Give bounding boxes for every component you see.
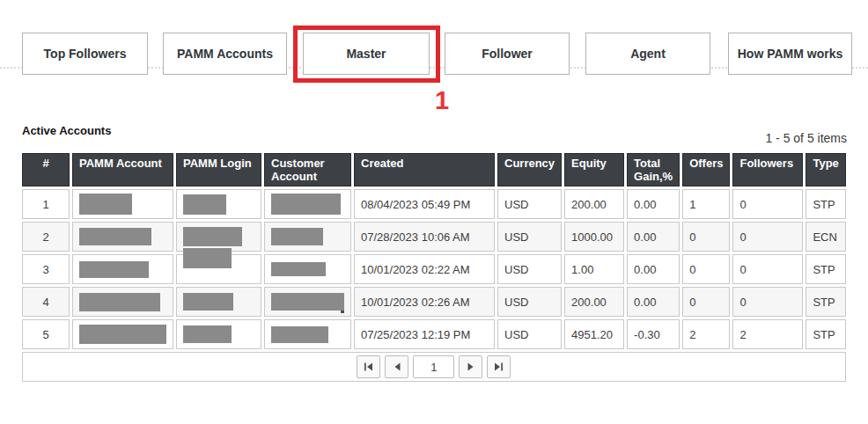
total-gain-cell: -0.30 (627, 319, 680, 349)
tab-how-pamm-works[interactable]: How PAMM works (728, 33, 852, 75)
created-cell: 07/25/2023 12:19 PM (354, 319, 495, 349)
table-row: 1 08/04/2023 05:49 PM USD 200.00 0.00 1 … (22, 189, 846, 219)
total-gain-cell: 0.00 (627, 287, 680, 317)
redaction-block (79, 194, 132, 215)
next-page-icon (467, 362, 475, 371)
customer-account-redacted (264, 222, 351, 252)
equity-cell: 4951.20 (564, 319, 624, 349)
pamm-account-redacted (72, 254, 173, 284)
annotation-step-number: 1 (435, 86, 461, 115)
redaction-block (183, 248, 232, 268)
equity-cell: 200.00 (564, 189, 624, 219)
followers-cell: 0 (732, 287, 803, 317)
table-row: 5 07/25/2023 12:19 PM USD 4951.20 -0.30 … (22, 319, 846, 349)
redaction-block (79, 325, 166, 344)
items-count-summary: 1 - 5 of 5 items (765, 131, 847, 145)
col-header-offers: Offers (682, 153, 730, 186)
redaction-block (183, 227, 242, 246)
followers-cell: 2 (732, 319, 803, 349)
redaction-block (183, 325, 232, 343)
offers-cell: 0 (682, 254, 730, 284)
redaction-block (183, 194, 226, 215)
offers-cell: 0 (682, 222, 730, 252)
created-cell: 10/01/2023 02:22 AM (354, 254, 495, 284)
pamm-account-redacted (72, 189, 173, 219)
tab-top-followers[interactable]: Top Followers (22, 33, 148, 75)
row-number: 2 (22, 222, 70, 252)
tab-master[interactable]: Master (303, 33, 430, 75)
table-row: 2 07/28/2023 10:06 AM USD 1000.00 0.00 0… (22, 222, 846, 252)
equity-cell: 200.00 (564, 287, 624, 317)
stray-mark (341, 311, 344, 313)
customer-account-redacted (264, 189, 351, 219)
last-page-icon (494, 362, 504, 371)
followers-cell: 0 (732, 189, 803, 219)
tab-pamm-accounts[interactable]: PAMM Accounts (163, 33, 287, 75)
type-cell: STP (805, 287, 845, 317)
total-gain-cell: 0.00 (627, 222, 680, 252)
pamm-login-redacted (176, 254, 261, 284)
col-header-type: Type (805, 153, 845, 186)
row-number: 3 (22, 254, 70, 284)
redaction-block (183, 293, 233, 311)
total-gain-cell: 0.00 (627, 189, 680, 219)
followers-cell: 0 (732, 254, 803, 284)
type-cell: STP (805, 189, 845, 219)
equity-cell: 1.00 (564, 254, 624, 284)
tab-follower[interactable]: Follower (445, 33, 570, 75)
col-header-pamm-login: PAMM Login (176, 153, 261, 186)
redaction-block (79, 228, 151, 245)
offers-cell: 0 (682, 287, 730, 317)
active-accounts-table: # PAMM Account PAMM Login Customer Accou… (19, 150, 849, 384)
pamm-account-redacted (72, 319, 173, 349)
created-cell: 10/01/2023 02:26 AM (354, 287, 495, 317)
pamm-account-redacted (72, 222, 173, 252)
row-number: 5 (22, 319, 70, 349)
type-cell: STP (805, 319, 845, 349)
redaction-block (271, 228, 323, 245)
col-header-number: # (22, 153, 70, 186)
pamm-login-redacted (176, 189, 261, 219)
page-number-input[interactable] (413, 355, 454, 378)
redaction-block (79, 261, 149, 278)
col-header-followers: Followers (732, 153, 803, 186)
col-header-created: Created (354, 153, 495, 186)
col-header-customer-account: Customer Account (264, 153, 351, 186)
next-page-button[interactable] (459, 355, 482, 378)
page-title: Active Accounts (22, 124, 111, 137)
previous-page-button[interactable] (385, 355, 408, 378)
redaction-block (271, 293, 344, 311)
customer-account-redacted (264, 319, 351, 349)
created-cell: 08/04/2023 05:49 PM (354, 189, 495, 219)
equity-cell: 1000.00 (564, 222, 624, 252)
type-cell: STP (805, 254, 845, 284)
currency-cell: USD (497, 189, 562, 219)
row-number: 4 (22, 287, 70, 317)
redaction-block (271, 262, 326, 276)
previous-page-icon (393, 362, 401, 371)
col-header-pamm-account: PAMM Account (72, 153, 173, 186)
tab-agent[interactable]: Agent (585, 33, 710, 75)
offers-cell: 1 (682, 189, 730, 219)
followers-cell: 0 (732, 222, 803, 252)
table-row: 4 10/01/2023 02:26 AM USD 200.00 0.00 0 … (22, 287, 846, 317)
pamm-login-redacted (176, 287, 261, 317)
row-number: 1 (22, 189, 70, 219)
type-cell: ECN (805, 222, 845, 252)
redaction-block (271, 194, 341, 215)
currency-cell: USD (497, 222, 562, 252)
table-row: 3 10/01/2023 02:22 AM USD 1.00 0.00 0 0 … (22, 254, 846, 284)
table-footer-row (22, 352, 846, 382)
created-cell: 07/28/2023 10:06 AM (354, 222, 495, 252)
last-page-button[interactable] (487, 355, 511, 378)
first-page-button[interactable] (357, 355, 380, 378)
offers-cell: 2 (682, 319, 730, 349)
currency-cell: USD (497, 319, 562, 349)
redaction-block (271, 326, 328, 343)
table-header-row: # PAMM Account PAMM Login Customer Accou… (22, 153, 846, 186)
pager (29, 355, 839, 378)
col-header-currency: Currency (497, 153, 562, 186)
currency-cell: USD (497, 287, 562, 317)
total-gain-cell: 0.00 (627, 254, 680, 284)
first-page-icon (364, 362, 373, 371)
